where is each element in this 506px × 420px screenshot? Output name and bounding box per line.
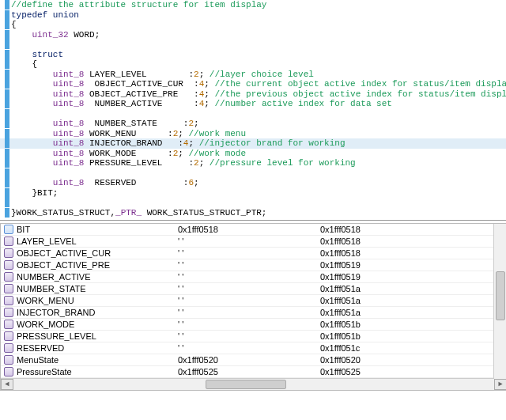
watch-row-value[interactable]: ' ' [175, 259, 317, 271]
code-line[interactable]: uint_8 PRESSURE_LEVEL :2; //pressure lev… [0, 158, 506, 168]
code-token: { [11, 20, 17, 29]
watch-row-value[interactable]: ' ' [175, 236, 317, 248]
watch-row-value[interactable]: ' ' [175, 295, 317, 307]
watch-row-name[interactable]: RESERVED [1, 342, 175, 354]
code-token [11, 198, 17, 207]
code-line[interactable] [0, 168, 506, 179]
code-token: //pressure level for working [210, 158, 356, 168]
gutter [5, 20, 9, 29]
code-line[interactable]: uint_8 OBJECT_ACTIVE_CUR :4; //the curre… [0, 79, 506, 89]
vertical-scrollbar[interactable] [493, 224, 506, 379]
gutter [5, 119, 9, 128]
code-token: WORK_MODE : [84, 149, 172, 158]
code-line[interactable] [0, 40, 506, 50]
watch-name-text: OBJECT_ACTIVE_PRE [17, 260, 110, 270]
watch-row-value[interactable]: 0x1fff0520 [175, 354, 317, 366]
code-line[interactable]: { [0, 20, 506, 30]
watch-row-name[interactable]: BIT [1, 224, 175, 236]
watch-row-address: 0x1fff051a [317, 307, 506, 319]
code-token: }WORK_STATUS_STRUCT, [11, 208, 115, 218]
watch-row-name[interactable]: PRESSURE_LEVEL [1, 331, 175, 342]
watch-row-value[interactable]: ' ' [175, 271, 317, 283]
code-editor[interactable]: //define the attribute structure for ite… [0, 0, 506, 218]
code-line[interactable]: uint_32 WORD; [0, 30, 506, 40]
code-token: ; [199, 158, 210, 168]
gutter [5, 129, 9, 138]
watch-panel: BIT0x1fff05180x1fff0518LAYER_LEVEL' '0x1… [0, 223, 506, 391]
watch-row-name[interactable]: OBJECT_ACTIVE_PRE [1, 259, 175, 271]
struct-icon [4, 225, 13, 234]
watch-name-text: PressureState [17, 367, 72, 376]
watch-row-name[interactable]: MenuState [1, 354, 175, 366]
gutter [5, 10, 9, 20]
watch-row-name[interactable]: OBJECT_ACTIVE_CUR [1, 248, 175, 259]
code-line[interactable]: uint_8 WORK_MENU :2; //work menu [0, 129, 506, 139]
watch-row-address: 0x1fff051b [317, 331, 506, 342]
watch-row-value[interactable]: ' ' [175, 331, 317, 342]
code-token: ; [178, 149, 188, 158]
watch-row-value[interactable]: ' ' [175, 283, 317, 295]
gutter [5, 99, 9, 108]
split-bar[interactable] [0, 220, 506, 221]
watch-row-value[interactable]: ' ' [175, 319, 317, 331]
code-line[interactable]: struct [0, 50, 506, 60]
gutter [5, 198, 9, 207]
scroll-left-button[interactable]: ◄ [1, 379, 13, 390]
code-line[interactable]: uint_8 OBJECT_ACTIVE_PRE :4; //the previ… [0, 89, 506, 100]
code-token: union [53, 10, 79, 20]
code-line[interactable]: }BIT; [0, 188, 506, 199]
field-icon [4, 260, 13, 270]
watch-row-name[interactable]: PressureState [1, 366, 175, 378]
code-line[interactable]: uint_8 RESERVED :6; [0, 178, 506, 188]
horizontal-scrollbar[interactable]: ◄ ► [1, 378, 506, 390]
code-line[interactable]: uint_8 NUMBER_STATE :2; [0, 119, 506, 129]
code-token: //define the attribute structure for ite… [11, 0, 266, 9]
watch-row-value[interactable]: ' ' [175, 307, 317, 319]
code-token: OBJECT_ACTIVE_PRE : [84, 89, 198, 99]
watch-row-value[interactable]: 0x1fff0518 [175, 224, 317, 236]
scrollbar-thumb[interactable] [496, 271, 505, 320]
code-line[interactable]: { [0, 59, 506, 70]
code-line[interactable]: typedef union [0, 10, 506, 21]
code-token: _PTR_ [115, 208, 142, 218]
code-token: ; [194, 119, 199, 128]
code-line[interactable]: }WORK_STATUS_STRUCT,_PTR_ WORK_STATUS_ST… [0, 208, 506, 218]
scrollbar-track[interactable] [13, 380, 494, 389]
watch-row-name[interactable]: NUMBER_STATE [1, 283, 175, 295]
code-line[interactable] [0, 109, 506, 119]
code-token: uint_8 [53, 158, 85, 168]
field-icon [4, 343, 13, 353]
code-line[interactable]: uint_8 INJECTOR_BRAND :4; //injector bra… [0, 138, 506, 149]
watch-row-value[interactable]: ' ' [175, 342, 317, 354]
watch-row-address: 0x1fff0525 [317, 366, 506, 378]
gutter [5, 149, 9, 158]
code-line[interactable]: uint_8 NUMBER_ACTIVE :4; //number active… [0, 99, 506, 109]
watch-row-name[interactable]: WORK_MENU [1, 295, 175, 307]
code-line[interactable] [0, 198, 506, 208]
code-token: //work mode [188, 149, 246, 158]
field-icon [4, 308, 13, 317]
gutter [5, 40, 9, 49]
code-line[interactable]: uint_8 WORK_MODE :2; //work mode [0, 149, 506, 159]
gutter [5, 70, 9, 79]
scroll-right-button[interactable]: ► [494, 379, 506, 390]
watch-row-value[interactable]: 0x1fff0525 [175, 366, 317, 378]
watch-row-value[interactable]: ' ' [175, 248, 317, 259]
watch-row-address: 0x1fff0520 [317, 354, 506, 366]
watch-name-text: LAYER_LEVEL [17, 236, 77, 246]
code-token: RESERVED : [84, 178, 188, 187]
watch-row-name[interactable]: WORK_MODE [1, 319, 175, 331]
code-token: ; [204, 99, 214, 108]
watch-row-name[interactable]: NUMBER_ACTIVE [1, 271, 175, 283]
code-line[interactable]: //define the attribute structure for ite… [0, 0, 506, 10]
field-icon [4, 320, 13, 329]
code-line[interactable]: uint_8 LAYER_LEVEL :2; //layer choice le… [0, 70, 506, 80]
gutter [5, 138, 9, 148]
code-token: uint_8 [53, 119, 85, 128]
scrollbar-thumb[interactable] [206, 380, 286, 389]
code-token: uint_8 [53, 129, 85, 138]
code-token: ; [188, 138, 198, 148]
watch-row-name[interactable]: LAYER_LEVEL [1, 236, 175, 248]
watch-row-name[interactable]: INJECTOR_BRAND [1, 307, 175, 319]
code-token: WORK_STATUS_STRUCT_PTR; [142, 208, 266, 218]
